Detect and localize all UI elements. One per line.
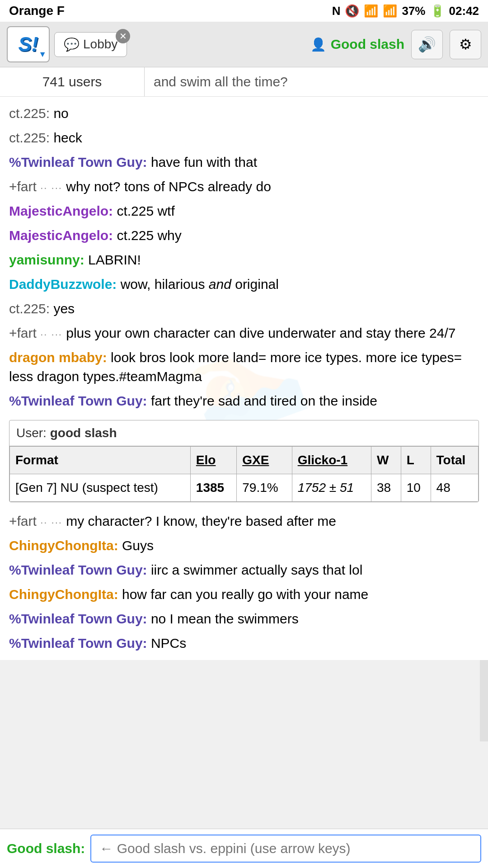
- app-name: Orange F: [9, 4, 65, 18]
- username-majestic-2: MajesticAngelo:: [9, 228, 113, 243]
- list-item: yamisunny: LABRIN!: [9, 248, 479, 272]
- username-ct225-1: ct.225:: [9, 106, 50, 121]
- status-bar: Orange F N 🔇 📶 📶 37% 🔋 02:42: [0, 0, 488, 22]
- list-item: MajesticAngelo: ct.225 wtf: [9, 199, 479, 223]
- username-ct225-3: ct.225:: [9, 301, 50, 316]
- list-item: ct.225: yes: [9, 297, 479, 321]
- username-daddybuzz: DaddyBuzzwole:: [9, 277, 117, 292]
- username-fart-1: +fart: [9, 179, 37, 194]
- logo-button[interactable]: S! ▼: [7, 26, 50, 62]
- username-chingy-2: ChingyChongIta:: [9, 587, 118, 602]
- clock: 02:42: [449, 4, 479, 18]
- cell-l: 10: [401, 474, 431, 502]
- logo-dropdown-icon: ▼: [38, 50, 47, 59]
- list-item: %Twinleaf Town Guy: have fun with that: [9, 150, 479, 175]
- tab-close-button[interactable]: ✕: [116, 29, 130, 43]
- wifi-icon: 📶: [364, 4, 378, 18]
- username-twinleaf-4: %Twinleaf Town Guy:: [9, 611, 147, 626]
- list-item: +fart ·· ··· why not? tons of NPCs alrea…: [9, 175, 479, 199]
- header-right: 👤 Good slash 🔊 ⚙: [310, 30, 481, 59]
- signal-icon: 📶: [383, 4, 397, 18]
- battery-icon: 🔋: [430, 4, 445, 18]
- list-item: %Twinleaf Town Guy: fart they're sad and…: [9, 389, 479, 413]
- tab-lobby-label: Lobby: [83, 37, 117, 52]
- username-twinleaf-1: %Twinleaf Town Guy:: [9, 155, 147, 170]
- stats-table: Format Elo GXE Glicko-1 W L Total [Gen 7…: [9, 446, 479, 502]
- settings-button[interactable]: ⚙: [450, 30, 481, 59]
- users-count: 741 users: [0, 67, 145, 96]
- username-twinleaf-2: %Twinleaf Town Guy:: [9, 393, 147, 408]
- username-fart-3: +fart: [9, 514, 37, 528]
- list-item: MajesticAngelo: ct.225 why: [9, 223, 479, 248]
- list-item: ChingyChongIta: Guys: [9, 533, 479, 558]
- mute-icon: 🔇: [345, 4, 359, 18]
- username-chingy-1: ChingyChongIta:: [9, 538, 118, 553]
- col-glicko: Glicko-1: [292, 447, 371, 474]
- network-icon: N: [332, 4, 341, 18]
- logo-text: S!: [19, 33, 38, 56]
- username-dragon: dragon mbaby:: [9, 350, 107, 365]
- rank-badge-3: ·· ···: [40, 517, 62, 528]
- users-message: and swim all the time?: [145, 67, 297, 96]
- cell-total: 48: [431, 474, 478, 502]
- username-ct225-2: ct.225:: [9, 130, 50, 145]
- user-avatar-icon: 👤: [310, 37, 326, 52]
- status-icons: N 🔇 📶 📶 37% 🔋 02:42: [332, 4, 479, 18]
- username-twinleaf-3: %Twinleaf Town Guy:: [9, 562, 147, 577]
- list-item: ct.225: no: [9, 101, 479, 126]
- stats-box: User: good slash Format Elo GXE Glicko-1…: [9, 420, 479, 502]
- logged-in-username: Good slash: [331, 37, 404, 52]
- volume-button[interactable]: 🔊: [411, 30, 443, 59]
- users-bar: 741 users and swim all the time?: [0, 67, 488, 97]
- chat-input[interactable]: [90, 835, 481, 863]
- col-total: Total: [431, 447, 478, 474]
- list-item: ChingyChongIta: how far can you really g…: [9, 582, 479, 607]
- stats-user-header: User: good slash: [9, 420, 479, 446]
- list-item: DaddyBuzzwole: wow, hilarious and origin…: [9, 272, 479, 297]
- username-twinleaf-5: %Twinleaf Town Guy:: [9, 636, 147, 651]
- header: S! ▼ ✕ 💬 Lobby 👤 Good slash 🔊 ⚙: [0, 22, 488, 67]
- battery-pct: 37%: [402, 4, 425, 18]
- username-yamisunny: yamisunny:: [9, 252, 84, 267]
- list-item: dragon mbaby: look bros look more land= …: [9, 345, 479, 389]
- cell-format: [Gen 7] NU (suspect test): [10, 474, 191, 502]
- col-gxe: GXE: [237, 447, 292, 474]
- col-format: Format: [10, 447, 191, 474]
- list-item: ct.225: heck: [9, 126, 479, 150]
- col-l: L: [401, 447, 431, 474]
- stats-username: good slash: [50, 426, 117, 440]
- list-item: %Twinleaf Town Guy: no I mean the swimme…: [9, 607, 479, 631]
- cell-elo: 1385: [190, 474, 236, 502]
- table-row: [Gen 7] NU (suspect test) 1385 79.1% 175…: [10, 474, 479, 502]
- username-fart-2: +fart: [9, 326, 37, 340]
- chat-icon: 💬: [64, 37, 80, 52]
- chat-messages: ct.225: no ct.225: heck %Twinleaf Town G…: [9, 101, 479, 656]
- username-majestic-1: MajesticAngelo:: [9, 203, 113, 218]
- rank-badge-2: ·· ···: [40, 329, 62, 340]
- cell-gxe: 79.1%: [237, 474, 292, 502]
- rank-badge-1: ·· ···: [40, 182, 62, 193]
- volume-icon: 🔊: [418, 36, 436, 53]
- user-info: 👤 Good slash: [310, 37, 404, 52]
- input-bar: Good slash:: [0, 829, 488, 868]
- tab-lobby[interactable]: ✕ 💬 Lobby: [54, 32, 127, 57]
- input-username-label: Good slash:: [7, 841, 85, 856]
- col-w: W: [371, 447, 401, 474]
- cell-w: 38: [371, 474, 401, 502]
- cell-glicko: 1752 ± 51: [292, 474, 371, 502]
- list-item: +fart ·· ··· plus your own character can…: [9, 321, 479, 345]
- list-item: %Twinleaf Town Guy: iirc a swimmer actua…: [9, 558, 479, 582]
- list-item: %Twinleaf Town Guy: NPCs: [9, 631, 479, 656]
- list-item: +fart ·· ··· my character? I know, they'…: [9, 509, 479, 533]
- gear-icon: ⚙: [459, 36, 472, 53]
- col-elo: Elo: [190, 447, 236, 474]
- chat-area: 🏊 ct.225: no ct.225: heck %Twinleaf Town…: [0, 97, 488, 660]
